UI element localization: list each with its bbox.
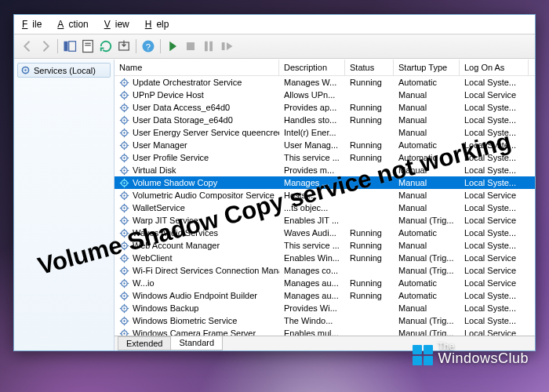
table-row[interactable]: User Energy Server Service queencreekInt… (115, 126, 535, 139)
service-status: Running (345, 76, 394, 89)
service-startup-type: Automatic (394, 277, 460, 289)
service-icon (119, 291, 129, 301)
console-tree: Services (Local) (14, 60, 115, 350)
service-log-on-as: Local Syste... (460, 114, 529, 126)
svg-rect-9 (205, 42, 208, 52)
service-name: Update Orchestrator Service (133, 78, 242, 87)
column-header-startup-type[interactable]: Startup Type (394, 60, 460, 75)
table-row[interactable]: W...ioManages au...RunningAutomaticLocal… (115, 277, 535, 289)
service-startup-type: Manual (Trig... (394, 252, 460, 264)
menu-file[interactable]: File (17, 17, 51, 31)
service-description: This service ... (279, 239, 345, 252)
service-icon (119, 165, 129, 176)
service-description: Provides ap... (279, 101, 345, 114)
column-header-log-on-as[interactable]: Log On As (460, 60, 529, 75)
svg-point-63 (123, 182, 125, 183)
table-row[interactable]: WebClientEnables Win...RunningManual (Tr… (115, 252, 535, 264)
show-hide-console-tree-button[interactable] (61, 38, 78, 55)
refresh-button[interactable] (97, 38, 115, 55)
service-log-on-as: Local Syste... (460, 76, 529, 89)
table-row[interactable]: Web Account ManagerThis service ...Runni… (115, 239, 535, 252)
service-description: Provides Wi... (279, 302, 345, 314)
service-icon (119, 115, 129, 125)
column-header-description[interactable]: Description (279, 60, 345, 75)
service-status: Running (345, 151, 394, 164)
services-list-pane: Name Description Status Startup Type Log… (115, 60, 535, 350)
service-name: Windows Biometric Service (133, 316, 237, 325)
table-row[interactable]: UPnP Device HostAllows UPn...ManualLocal… (115, 89, 535, 101)
table-row[interactable]: Waves Audio ServicesWaves Audi...Running… (115, 227, 535, 239)
service-description: Manages ... (279, 176, 345, 189)
service-log-on-as: Local Syste... (460, 314, 529, 327)
svg-point-135 (123, 332, 125, 334)
service-name: Volumetric Audio Compositor Service (133, 191, 274, 200)
help-button[interactable]: ? (140, 38, 157, 55)
table-row[interactable]: Windows Audio Endpoint BuilderManages au… (115, 289, 535, 302)
properties-button[interactable] (79, 38, 96, 55)
service-startup-type: Manual (Trig... (394, 214, 460, 227)
service-name: W...io (133, 278, 155, 288)
service-log-on-as: Local Syste... (460, 302, 529, 314)
tab-standard[interactable]: Standard (170, 336, 223, 350)
table-row[interactable]: WalletService...ts objec...ManualLocal S… (115, 201, 535, 214)
table-row[interactable]: User Profile ServiceThis service ...Runn… (115, 151, 535, 164)
restart-service-button[interactable] (218, 38, 235, 55)
service-log-on-as: Local Syste... (460, 126, 529, 139)
svg-point-39 (123, 132, 125, 133)
table-row[interactable]: Warp JIT ServiceEnables JIT ...Manual (T… (115, 214, 535, 227)
start-service-button[interactable] (164, 38, 181, 55)
table-row[interactable]: User Data Access_e64d0Provides ap...Runn… (115, 101, 535, 114)
service-status (345, 126, 394, 139)
table-row[interactable]: User Data Storage_e64d0Handles sto...Run… (115, 114, 535, 126)
service-name: Web Account Manager (133, 241, 220, 250)
svg-point-13 (24, 69, 26, 71)
toolbar-separator (57, 39, 58, 53)
menu-view[interactable]: View (100, 17, 139, 31)
table-row[interactable]: Virtual DiskProvides m...ManualLocal Sys… (115, 164, 535, 176)
service-status (345, 214, 394, 227)
table-row[interactable]: Update Orchestrator ServiceManages W...R… (115, 76, 535, 89)
table-row[interactable]: Volumetric Audio Compositor ServiceHosts… (115, 189, 535, 201)
menu-help[interactable]: Help (140, 17, 179, 31)
export-list-button[interactable] (115, 38, 133, 55)
table-row[interactable]: User ManagerUser Manag...RunningAutomati… (115, 139, 535, 151)
svg-rect-1 (69, 42, 76, 52)
service-log-on-as: Local Service (460, 327, 529, 336)
service-name: WalletService (133, 203, 185, 212)
service-log-on-as: Local Syste... (460, 239, 529, 252)
services-list[interactable]: Update Orchestrator ServiceManages W...R… (115, 76, 535, 336)
table-row[interactable]: Wi-Fi Direct Services Connection Manager… (115, 264, 535, 277)
pause-service-button[interactable] (200, 38, 217, 55)
service-description: Allows UPn... (279, 89, 345, 101)
service-description: User Manag... (279, 139, 345, 151)
service-name: User Data Storage_e64d0 (133, 115, 233, 125)
service-log-on-as: Local Service (460, 189, 529, 201)
service-name: User Energy Server Service queencreek (133, 128, 279, 137)
back-button[interactable] (19, 38, 36, 55)
column-header-name[interactable]: Name (115, 60, 279, 75)
svg-point-93 (123, 245, 125, 246)
table-row[interactable]: Windows Biometric ServiceThe Windo...Man… (115, 314, 535, 327)
service-description: Handles sto... (279, 114, 345, 126)
table-row[interactable]: Windows Camera Frame ServerEnables mul..… (115, 327, 535, 336)
services-icon (20, 65, 31, 75)
service-description: Provides m... (279, 164, 345, 176)
sidebar-item-label: Services (Local) (34, 66, 96, 75)
service-description: Manages au... (279, 289, 345, 302)
service-status (345, 264, 394, 277)
service-icon (119, 228, 129, 238)
sidebar-item-services-local[interactable]: Services (Local) (17, 63, 111, 78)
tab-extended[interactable]: Extended (118, 336, 171, 350)
service-description: Intel(r) Ener... (279, 126, 345, 139)
svg-rect-11 (222, 42, 225, 50)
table-row[interactable]: Volume Shadow CopyManages ...ManualLocal… (115, 176, 535, 189)
table-row[interactable]: Windows BackupProvides Wi...ManualLocal … (115, 302, 535, 314)
service-description: Manages au... (279, 277, 345, 289)
service-icon (119, 203, 129, 213)
stop-service-button[interactable] (182, 38, 199, 55)
forward-button[interactable] (37, 38, 54, 55)
column-header-status[interactable]: Status (345, 60, 394, 75)
menu-action[interactable]: Action (53, 17, 97, 31)
svg-text:?: ? (146, 42, 151, 52)
service-icon (119, 266, 129, 276)
